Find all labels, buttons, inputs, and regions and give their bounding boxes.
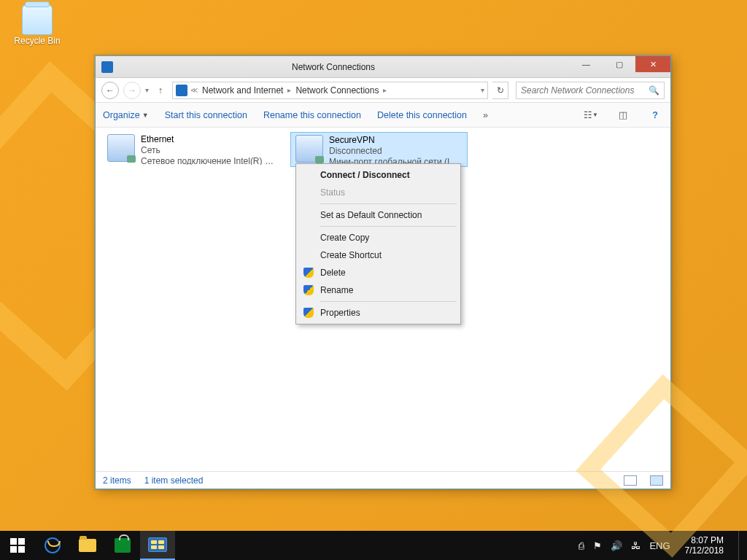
taskbar-ie[interactable] (35, 531, 70, 560)
menu-create-copy[interactable]: Create Copy (298, 229, 458, 246)
taskbar-store[interactable] (105, 531, 140, 560)
menu-separator (320, 226, 457, 227)
tray-language[interactable]: ENG (649, 540, 670, 551)
recycle-bin-label: Recycle Bin (13, 36, 61, 46)
more-commands-button[interactable]: » (483, 110, 488, 120)
menu-status: Status (298, 184, 458, 201)
nav-history-dropdown[interactable]: ▾ (145, 86, 149, 94)
refresh-button[interactable]: ↻ (492, 82, 508, 99)
connection-securevpn[interactable]: SecureVPN Disconnected Мини-порт глобаль… (290, 132, 468, 167)
menu-set-default[interactable]: Set as Default Connection (298, 206, 458, 224)
location-icon (176, 85, 187, 96)
tray-time: 8:07 PM (685, 535, 724, 545)
breadcrumb-network-connections[interactable]: Network Connections (294, 85, 380, 96)
address-dropdown-icon[interactable]: ▾ (481, 86, 484, 94)
store-icon (115, 538, 131, 553)
tray-network-icon[interactable]: 🖧 (631, 540, 640, 551)
connection-name: Ethernet (141, 134, 276, 145)
minimize-button[interactable]: ― (570, 56, 603, 72)
ie-icon (44, 537, 61, 553)
connection-device: Сетевое подключение Intel(R) P... (141, 156, 276, 165)
network-adapter-icon (107, 134, 135, 162)
search-input[interactable] (521, 85, 649, 96)
connection-status: Disconnected (329, 146, 462, 157)
folder-icon (79, 539, 96, 552)
connection-status: Сеть (141, 145, 276, 156)
command-bar: Organize▼ Start this connection Rename t… (96, 103, 670, 128)
breadcrumb-sep-icon: ≪ (190, 86, 198, 94)
menu-separator (320, 203, 457, 204)
search-box[interactable]: 🔍 (516, 82, 665, 99)
context-menu: Connect / Disconnect Status Set as Defau… (295, 163, 461, 324)
preview-pane-button[interactable]: ◫ (615, 107, 631, 123)
tray-clock[interactable]: 8:07 PM 7/12/2018 (679, 535, 729, 556)
connection-name: SecureVPN (329, 135, 462, 146)
nav-up-button[interactable]: ↑ (153, 85, 168, 96)
network-adapter-icon (295, 135, 323, 163)
details-view-button[interactable] (624, 475, 637, 486)
menu-rename[interactable]: Rename (298, 281, 458, 299)
rename-connection-button[interactable]: Rename this connection (263, 110, 361, 120)
address-bar[interactable]: ≪ Network and Internet ▸ Network Connect… (172, 82, 488, 99)
close-button[interactable]: ✕ (635, 56, 670, 72)
content-area[interactable]: Ethernet Сеть Сетевое подключение Intel(… (96, 128, 670, 471)
breadcrumb-sep-icon: ▸ (383, 86, 387, 94)
tiles-view-button[interactable] (650, 475, 663, 486)
menu-delete[interactable]: Delete (298, 264, 458, 281)
taskbar-control-panel[interactable] (140, 531, 175, 560)
breadcrumb-network-and-internet[interactable]: Network and Internet (201, 85, 285, 96)
tray-volume-icon[interactable]: 🔊 (611, 540, 622, 551)
show-desktop-button[interactable] (738, 531, 743, 560)
connection-ethernet[interactable]: Ethernet Сеть Сетевое подключение Intel(… (103, 132, 280, 167)
status-bar: 2 items 1 item selected (96, 471, 670, 489)
start-connection-button[interactable]: Start this connection (165, 110, 247, 120)
menu-properties[interactable]: Properties (298, 304, 458, 322)
status-selection-count: 1 item selected (144, 475, 204, 486)
organize-menu[interactable]: Organize▼ (103, 110, 149, 120)
nav-forward-button[interactable]: → (123, 82, 141, 99)
help-button[interactable]: ? (647, 107, 663, 123)
shield-icon (303, 268, 314, 278)
control-panel-icon (148, 537, 167, 552)
recycle-bin-icon (22, 4, 53, 35)
tray-usb-icon[interactable]: ⎙ (578, 540, 584, 551)
start-button[interactable] (0, 531, 35, 560)
menu-separator (320, 301, 457, 302)
view-options-button[interactable]: ☷▼ (583, 107, 599, 123)
address-row: ← → ▾ ↑ ≪ Network and Internet ▸ Network… (96, 78, 670, 103)
taskbar: ⎙ ⚑ 🔊 🖧 ENG 8:07 PM 7/12/2018 (0, 531, 747, 560)
desktop-recycle-bin[interactable]: Recycle Bin (13, 4, 61, 46)
maximize-button[interactable]: ▢ (603, 56, 635, 72)
taskbar-file-explorer[interactable] (70, 531, 105, 560)
titlebar[interactable]: Network Connections ― ▢ ✕ (96, 56, 670, 78)
nav-back-button[interactable]: ← (101, 82, 119, 99)
menu-connect-disconnect[interactable]: Connect / Disconnect (298, 166, 458, 184)
search-icon: 🔍 (649, 85, 659, 96)
system-tray: ⎙ ⚑ 🔊 🖧 ENG 8:07 PM 7/12/2018 (574, 531, 747, 560)
breadcrumb-sep-icon: ▸ (287, 86, 291, 94)
status-item-count: 2 items (103, 475, 131, 486)
tray-date: 7/12/2018 (685, 545, 724, 556)
delete-connection-button[interactable]: Delete this connection (377, 110, 467, 120)
shield-icon (303, 308, 314, 318)
shield-icon (303, 285, 314, 295)
window-title: Network Connections (97, 62, 570, 72)
network-connections-window: Network Connections ― ▢ ✕ ← → ▾ ↑ ≪ Netw… (95, 55, 671, 489)
tray-action-center-icon[interactable]: ⚑ (593, 540, 602, 551)
menu-create-shortcut[interactable]: Create Shortcut (298, 246, 458, 264)
